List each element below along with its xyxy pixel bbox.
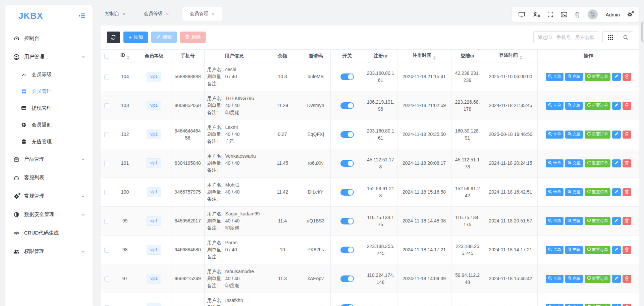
sort-icon[interactable]	[520, 56, 522, 60]
row-checkbox[interactable]	[104, 248, 109, 253]
card-order-button[interactable]: 卡单	[546, 217, 564, 225]
tab-console[interactable]: 控制台×	[101, 7, 130, 21]
delete-row-button[interactable]	[623, 188, 631, 196]
recharge-button[interactable]: 充值	[565, 246, 583, 254]
edit-row-button[interactable]	[612, 102, 621, 110]
recharge-button[interactable]: 充值	[565, 188, 583, 196]
edit-row-button[interactable]	[612, 159, 621, 167]
grid-view-button[interactable]	[603, 32, 618, 43]
recharge-button[interactable]: 充值	[565, 131, 583, 139]
reset-order-button[interactable]: 重置订单	[585, 131, 610, 139]
tab-member-level[interactable]: 会员等级×	[139, 7, 174, 21]
edit-row-button[interactable]	[612, 246, 621, 254]
admin-label[interactable]: Admin	[605, 12, 620, 17]
row-checkbox[interactable]	[104, 190, 109, 195]
sidebar-collapse-icon[interactable]	[78, 13, 85, 18]
switch-toggle[interactable]	[340, 189, 354, 196]
delete-row-button[interactable]	[623, 275, 631, 283]
recharge-button[interactable]: 充值	[565, 159, 583, 167]
reset-order-button[interactable]: 重置订单	[585, 246, 610, 254]
delete-row-button[interactable]	[623, 304, 631, 306]
edit-row-button[interactable]	[612, 131, 621, 139]
switch-toggle[interactable]	[340, 131, 354, 138]
sidebar-item-member-mgmt[interactable]: 会员管理	[5, 83, 93, 100]
card-order-button[interactable]: 卡单	[546, 275, 564, 283]
row-checkbox[interactable]	[104, 276, 109, 282]
card-order-button[interactable]: 卡单	[546, 246, 564, 254]
delete-button[interactable]: 删除	[180, 32, 206, 43]
sidebar-item-member-rebate[interactable]: 会员返佣	[5, 116, 93, 133]
reset-order-button[interactable]: 重置订单	[585, 102, 610, 110]
col-reg_time[interactable]: 注册时间	[397, 50, 451, 62]
add-button[interactable]: +添加	[123, 32, 148, 43]
card-order-button[interactable]: 卡单	[546, 304, 564, 306]
reset-order-button[interactable]: 重置订单	[585, 159, 610, 167]
row-checkbox[interactable]	[104, 219, 109, 224]
sidebar-item-general-mgmt[interactable]: 常规管理	[5, 187, 93, 205]
switch-toggle[interactable]	[340, 218, 354, 224]
col-id[interactable]: ID	[113, 50, 137, 62]
fullscreen-icon[interactable]	[548, 12, 553, 17]
row-checkbox[interactable]	[104, 161, 109, 166]
trash-icon[interactable]	[575, 12, 580, 17]
card-order-button[interactable]: 卡单	[546, 131, 564, 139]
reset-order-button[interactable]: 重置订单	[585, 275, 610, 283]
sidebar-item-user-mgmt[interactable]: 用户管理	[5, 48, 93, 66]
search-button[interactable]	[618, 32, 633, 43]
delete-row-button[interactable]	[623, 131, 631, 139]
recharge-button[interactable]: 充值	[565, 275, 583, 283]
card-order-button[interactable]: 卡单	[546, 102, 564, 110]
close-icon[interactable]: ×	[212, 11, 215, 16]
sort-icon[interactable]	[433, 56, 436, 60]
reset-order-button[interactable]: 重置订单	[585, 217, 610, 225]
avatar[interactable]: 渔人码头	[588, 9, 598, 19]
translate-icon[interactable]: 文A	[533, 11, 540, 18]
switch-toggle[interactable]	[340, 160, 354, 167]
select-all-checkbox[interactable]	[104, 54, 109, 59]
monitor-icon[interactable]	[519, 12, 525, 17]
terminal-icon[interactable]	[561, 12, 567, 17]
sidebar-item-console[interactable]: 控制台	[5, 29, 93, 48]
row-checkbox[interactable]	[104, 74, 109, 80]
card-order-button[interactable]: 卡单	[546, 159, 564, 167]
sidebar-item-data-security[interactable]: 数据安全管理	[5, 205, 93, 224]
delete-row-button[interactable]	[623, 217, 631, 225]
sidebar-item-member-level[interactable]: 会员等级	[5, 66, 93, 83]
sidebar-item-product-mgmt[interactable]: 产品管理	[5, 150, 93, 168]
recharge-button[interactable]: 充值	[565, 304, 583, 306]
row-checkbox[interactable]	[104, 103, 109, 108]
card-order-button[interactable]: 卡单	[546, 188, 564, 196]
row-checkbox[interactable]	[104, 132, 109, 137]
edit-button[interactable]: 编辑	[151, 32, 177, 43]
edit-row-button[interactable]	[612, 73, 621, 81]
delete-row-button[interactable]	[623, 73, 631, 81]
sidebar-item-withdraw-mgmt[interactable]: 提现管理	[5, 100, 93, 116]
close-icon[interactable]: ×	[123, 11, 126, 16]
switch-toggle[interactable]	[340, 73, 354, 80]
search-input[interactable]	[533, 31, 599, 43]
recharge-button[interactable]: 充值	[565, 73, 583, 81]
sidebar-item-service-list[interactable]: 客服列表	[5, 168, 93, 187]
recharge-button[interactable]: 充值	[565, 102, 583, 110]
settings-gears-icon[interactable]	[628, 12, 632, 17]
col-login_time[interactable]: 登陆时间	[484, 50, 537, 62]
sidebar-item-recharge-mgmt[interactable]: 充值管理	[5, 133, 93, 150]
delete-row-button[interactable]	[623, 246, 631, 254]
close-icon[interactable]: ×	[166, 11, 169, 16]
refresh-button[interactable]	[107, 32, 120, 43]
tab-member-mgmt[interactable]: 会员管理×	[182, 7, 222, 21]
delete-row-button[interactable]	[623, 159, 631, 167]
recharge-button[interactable]: 充值	[565, 217, 583, 225]
sort-icon[interactable]	[127, 56, 129, 60]
sidebar-item-perm-mgmt[interactable]: 权限管理	[5, 242, 93, 261]
reset-order-button[interactable]: 重置订单	[585, 188, 610, 196]
page-scrollbar[interactable]	[641, 22, 643, 42]
reset-order-button[interactable]: 重置订单	[585, 73, 610, 81]
switch-toggle[interactable]	[340, 247, 354, 253]
switch-toggle[interactable]	[340, 275, 354, 282]
edit-row-button[interactable]	[612, 188, 621, 196]
reset-order-button[interactable]: 重置订单	[585, 304, 610, 306]
switch-toggle[interactable]	[340, 304, 354, 306]
delete-row-button[interactable]	[623, 102, 631, 110]
sidebar-item-crud-gen[interactable]: </>CRUD代码生成	[5, 224, 93, 242]
